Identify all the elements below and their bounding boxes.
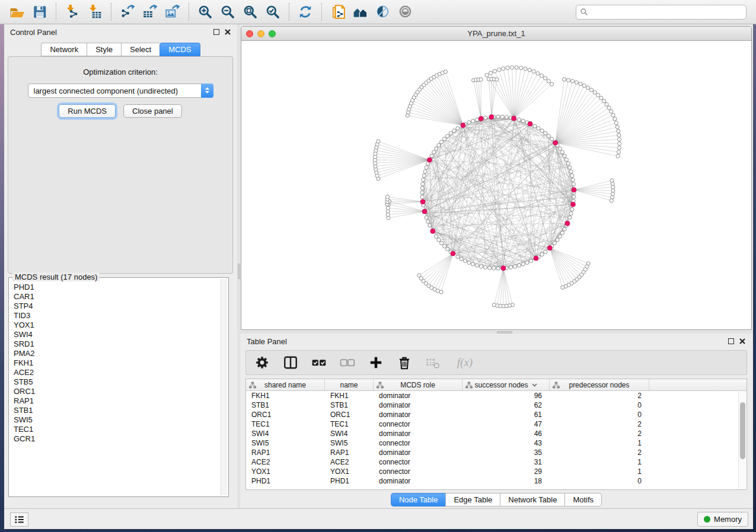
mcds-result-item[interactable]: PHD1 xyxy=(10,283,220,292)
delete-column-button[interactable] xyxy=(397,355,412,370)
close-panel-button[interactable]: Close panel xyxy=(123,104,182,118)
table-cell: SWI4 xyxy=(325,429,374,438)
window-zoom-icon[interactable] xyxy=(269,30,276,37)
mcds-result-item[interactable]: TID3 xyxy=(10,311,220,321)
splitter-grip-icon[interactable] xyxy=(238,264,240,279)
zoom-out-button[interactable] xyxy=(216,2,239,22)
zoom-in-button[interactable] xyxy=(194,2,216,22)
optimization-criterion-label: Optimization criterion: xyxy=(8,68,232,76)
import-table-button[interactable] xyxy=(84,2,106,22)
mcds-result-item[interactable]: FKH1 xyxy=(10,358,220,368)
table-row[interactable]: STB1STB1dominator620 xyxy=(246,400,738,410)
status-bar: Memory xyxy=(4,508,753,529)
sort-descending-icon[interactable] xyxy=(532,383,537,387)
memory-button[interactable]: Memory xyxy=(697,512,748,527)
search-box[interactable] xyxy=(576,5,747,20)
split-panel-button[interactable] xyxy=(283,355,298,370)
table-cell: TEC1 xyxy=(246,419,325,429)
mcds-result-item[interactable]: ORC1 xyxy=(10,387,220,396)
close-panel-icon[interactable] xyxy=(224,28,231,36)
table-cell: dominator xyxy=(374,429,462,438)
table-row[interactable]: YOX1YOX1connector291 xyxy=(246,467,738,476)
open-file-button[interactable] xyxy=(6,2,28,22)
network-window-titlebar[interactable]: YPA_prune.txt_1 xyxy=(241,27,751,41)
toggle-graphics-details-button[interactable] xyxy=(372,2,394,22)
mcds-result-item[interactable]: CAR1 xyxy=(10,292,220,302)
export-image-button[interactable] xyxy=(161,2,184,22)
show-hide-button[interactable] xyxy=(394,2,417,22)
select-stepper-icon xyxy=(201,84,213,98)
import-network-button[interactable] xyxy=(61,2,84,22)
column-header-shared-name[interactable]: shared name xyxy=(246,379,325,390)
tab-select[interactable]: Select xyxy=(121,43,160,56)
table-header-row: shared namenameMCDS rolesuccessor nodesp… xyxy=(246,379,747,391)
settings-gear-button[interactable] xyxy=(254,355,270,370)
table-cell: dominator xyxy=(374,391,462,400)
mcds-result-item[interactable]: PMA2 xyxy=(10,349,220,358)
float-panel-icon[interactable] xyxy=(213,29,219,35)
mcds-result-item[interactable]: SWI4 xyxy=(10,330,220,339)
scrollbar-thumb[interactable] xyxy=(740,402,745,459)
window-close-icon[interactable] xyxy=(246,30,253,37)
toolbar-separator xyxy=(189,3,189,21)
tab-motifs[interactable]: Motifs xyxy=(564,493,602,507)
tab-mcds[interactable]: MCDS xyxy=(160,43,200,56)
close-panel-icon[interactable] xyxy=(739,338,746,345)
table-cell: ACE2 xyxy=(246,457,325,467)
mcds-list-scrollbar[interactable] xyxy=(221,279,227,495)
window-minimize-icon[interactable] xyxy=(257,30,264,37)
mcds-result-item[interactable]: GCR1 xyxy=(10,434,220,444)
table-cell: PHD1 xyxy=(325,476,374,486)
table-row[interactable]: FKH1FKH1dominator962 xyxy=(246,391,738,400)
share-document-button[interactable] xyxy=(327,2,349,22)
save-session-button[interactable] xyxy=(28,2,51,22)
network-home-button[interactable] xyxy=(349,2,372,22)
network-canvas[interactable] xyxy=(241,41,751,329)
mcds-result-item[interactable]: SWI5 xyxy=(10,415,220,425)
add-column-button[interactable] xyxy=(368,355,384,370)
refresh-button[interactable] xyxy=(294,2,317,22)
export-network-button[interactable] xyxy=(116,2,139,22)
zoom-selected-button[interactable] xyxy=(261,2,284,22)
column-header-predecessor-nodes[interactable]: predecessor nodes xyxy=(550,379,649,390)
column-header-name[interactable]: name xyxy=(325,379,374,390)
graph-fan-leaves[interactable] xyxy=(373,66,621,308)
mcds-result-item[interactable]: YOX1 xyxy=(10,321,220,330)
column-header-successor-nodes[interactable]: successor nodes xyxy=(462,379,550,390)
column-header-MCDS-role[interactable]: MCDS role xyxy=(374,379,462,390)
zoom-fit-button[interactable] xyxy=(239,2,261,22)
run-mcds-button[interactable]: Run MCDS xyxy=(59,104,116,118)
table-row[interactable]: ACE2ACE2connector311 xyxy=(246,457,738,467)
table-row[interactable]: ORC1ORC1dominator610 xyxy=(246,410,738,419)
tab-network[interactable]: Network xyxy=(41,43,87,56)
mcds-result-item[interactable]: TEC1 xyxy=(10,425,220,434)
mcds-result-list: PHD1CAR1STP4TID3YOX1SWI4SRD1PMA2FKH1ACE2… xyxy=(10,283,220,495)
tab-node-table[interactable]: Node Table xyxy=(391,493,446,507)
tab-edge-table[interactable]: Edge Table xyxy=(445,493,500,507)
search-input[interactable] xyxy=(588,8,742,16)
table-scrollbar[interactable] xyxy=(738,392,746,489)
export-table-button[interactable] xyxy=(139,2,161,22)
mcds-result-item[interactable]: ACE2 xyxy=(10,368,220,377)
list-icon xyxy=(14,514,25,525)
table-row[interactable]: TEC1TEC1connector472 xyxy=(246,419,738,429)
table-row[interactable]: RAP1RAP1dominator352 xyxy=(246,448,738,457)
tab-style[interactable]: Style xyxy=(87,43,121,56)
select-all-button[interactable] xyxy=(311,355,327,370)
task-history-button[interactable] xyxy=(10,512,28,527)
splitter-grip-icon[interactable] xyxy=(497,331,512,334)
mcds-result-item[interactable]: STB1 xyxy=(10,406,220,415)
mcds-result-item[interactable]: STB5 xyxy=(10,377,220,387)
table-row[interactable]: SWI4SWI4dominator462 xyxy=(246,429,738,438)
table-row[interactable]: PHD1PHD1dominator180 xyxy=(246,476,738,486)
mcds-result-item[interactable]: SRD1 xyxy=(10,339,220,349)
criterion-select[interactable]: largest connected component (undirected) xyxy=(28,84,213,98)
tab-network-table[interactable]: Network Table xyxy=(500,493,564,507)
mcds-result-item[interactable]: RAP1 xyxy=(10,396,220,406)
mcds-result-box: MCDS result (17 nodes) PHD1CAR1STP4TID3Y… xyxy=(8,277,229,497)
float-panel-icon[interactable] xyxy=(728,338,734,344)
deselect-all-button[interactable] xyxy=(340,355,355,370)
table-row[interactable]: SWI5SWI5connector431 xyxy=(246,438,738,448)
table-cell: 1 xyxy=(550,438,649,448)
mcds-result-item[interactable]: STP4 xyxy=(10,302,220,311)
